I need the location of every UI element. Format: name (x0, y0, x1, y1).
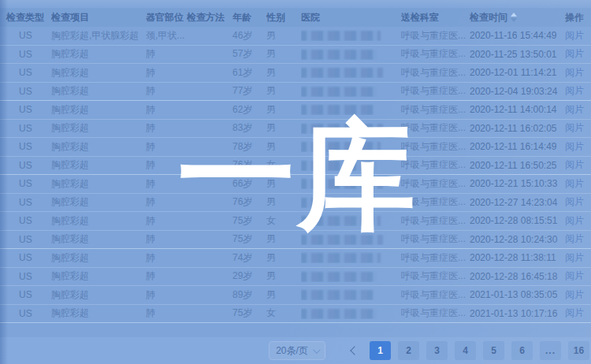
table-row[interactable]: US 胸腔彩超 肺 83岁 男 呼吸与重症医... 2020-12-11 16:… (0, 120, 591, 139)
table-row[interactable]: US 胸腔彩超 肺 74岁 男 呼吸与重症医... 2020-12-28 11:… (0, 249, 591, 268)
table-row[interactable]: US 胸腔彩超 肺 66岁 男 呼吸与重症医... 2020-12-21 15:… (0, 175, 591, 194)
page-size-select[interactable]: 20条/页 (269, 341, 325, 360)
column-header-exam-time[interactable]: 检查时间 (470, 11, 565, 24)
view-images-link[interactable]: 阅片 (565, 178, 584, 189)
more-pages-button[interactable]: ... (540, 341, 561, 360)
exam-type-cell: US (0, 49, 51, 60)
table-header: 检查类型 检查项目 器官部位 检查方法 年龄 性别 医院 送检科室 检查时间 操… (0, 8, 591, 27)
exam-time-cell: 2020-11-25 13:50:01 (470, 49, 565, 60)
gender-cell: 男 (266, 140, 301, 154)
table-row[interactable]: US 胸腔彩超 肺 77岁 男 呼吸与重症医... 2020-12-04 19:… (0, 83, 591, 102)
department-cell: 呼吸与重症医... (401, 103, 470, 117)
view-images-link[interactable]: 阅片 (565, 104, 584, 115)
exam-time-cell: 2020-12-21 15:10:33 (470, 178, 565, 189)
exam-item-cell: 胸腔彩超 (51, 214, 146, 228)
action-cell: 阅片 (565, 306, 591, 320)
table-row[interactable]: US 胸腔彩超 肺 57岁 男 呼吸与重症医... 2020-11-25 13:… (0, 46, 591, 65)
view-images-link[interactable]: 阅片 (565, 30, 584, 41)
organ-cell: 肺 (146, 84, 187, 98)
view-images-link[interactable]: 阅片 (565, 270, 584, 281)
gender-cell: 男 (266, 84, 301, 98)
age-cell: 76岁 (232, 195, 266, 209)
view-images-link[interactable]: 阅片 (565, 48, 584, 59)
view-images-link[interactable]: 阅片 (565, 85, 584, 96)
table-row[interactable]: US 胸腔彩超 肺 29岁 男 呼吸与重症医... 2020-12-28 16:… (0, 268, 591, 287)
exam-item-cell: 胸腔彩超,甲状腺彩超 (51, 29, 146, 43)
hospital-cell (301, 160, 401, 171)
page-button-4[interactable]: 4 (455, 341, 476, 360)
department-cell: 呼吸与重症医... (401, 140, 470, 154)
age-cell: 29岁 (232, 269, 266, 283)
department-cell: 呼吸与重症医... (401, 158, 470, 172)
view-images-link[interactable]: 阅片 (565, 196, 584, 207)
hospital-redacted-block (301, 124, 383, 134)
chevron-down-icon (313, 346, 321, 354)
page-button-6[interactable]: 6 (511, 341, 533, 360)
hospital-cell (301, 234, 401, 245)
hospital-redacted-block (301, 31, 381, 41)
page-button-5[interactable]: 5 (483, 341, 504, 360)
page-button-3[interactable]: 3 (426, 341, 448, 360)
hospital-redacted-block (301, 161, 377, 171)
hospital-redacted-block (301, 253, 381, 263)
view-images-link[interactable]: 阅片 (565, 67, 584, 78)
table-row[interactable]: US 胸腔彩超 肺 89岁 男 呼吸与重症医... 2021-01-13 08:… (0, 286, 591, 305)
exam-type-cell: US (0, 197, 51, 208)
exam-type-cell: US (0, 104, 51, 115)
table-row[interactable]: US 胸腔彩超 肺 75岁 女 呼吸与重症医... 2020-12-28 08:… (0, 212, 591, 231)
table-row[interactable]: US 胸腔彩超 肺 76岁 男 呼吸与重症医... 2020-12-27 14:… (0, 194, 591, 213)
table-row[interactable]: US 胸腔彩超 肺 78岁 男 呼吸与重症医... 2020-12-11 16:… (0, 138, 591, 157)
page-button-2[interactable]: 2 (398, 341, 419, 360)
table-row[interactable]: US 胸腔彩超 肺 75岁 男 呼吸与重症医... 2020-12-28 10:… (0, 231, 591, 250)
view-images-link[interactable]: 阅片 (565, 233, 584, 244)
view-images-link[interactable]: 阅片 (565, 141, 584, 152)
exam-time-cell: 2020-12-11 16:02:05 (470, 123, 565, 134)
action-cell: 阅片 (565, 214, 591, 228)
exam-item-cell: 胸腔彩超 (51, 140, 146, 154)
sort-caret-icon[interactable] (511, 13, 517, 22)
exam-item-cell: 胸腔彩超 (51, 306, 146, 320)
view-images-link[interactable]: 阅片 (565, 122, 584, 133)
department-cell: 呼吸与重症医... (401, 214, 470, 228)
table-row[interactable]: US 胸腔彩超 肺 76岁 女 呼吸与重症医... 2020-12-11 16:… (0, 157, 591, 176)
column-header-age: 年龄 (232, 11, 266, 24)
view-images-link[interactable]: 阅片 (565, 159, 584, 170)
age-cell: 74岁 (232, 251, 266, 265)
view-images-link[interactable]: 阅片 (565, 215, 584, 226)
hospital-cell (301, 141, 401, 152)
department-cell: 呼吸与重症医... (401, 47, 470, 61)
department-cell: 呼吸与重症医... (401, 29, 470, 43)
department-cell: 呼吸与重症医... (401, 306, 470, 320)
organ-cell: 肺 (146, 47, 187, 61)
hospital-cell (301, 289, 401, 300)
exam-type-cell: US (0, 271, 51, 282)
view-images-link[interactable]: 阅片 (565, 252, 584, 263)
hospital-cell (301, 197, 401, 208)
organ-cell: 肺 (146, 251, 187, 265)
caret-up-icon (511, 13, 517, 17)
organ-cell: 颈,甲状... (146, 29, 187, 43)
exam-time-cell: 2021-01-13 08:35:05 (470, 289, 565, 300)
prev-page-button[interactable] (347, 341, 362, 360)
organ-cell: 肺 (146, 66, 187, 80)
page-button-16[interactable]: 16 (568, 341, 589, 360)
chevron-left-icon (350, 346, 359, 355)
table-row[interactable]: US 胸腔彩超 肺 75岁 女 呼吸与重症医... 2021-01-13 10:… (0, 305, 591, 324)
action-cell: 阅片 (565, 103, 591, 117)
table-row[interactable]: US 胸腔彩超 肺 62岁 男 呼吸与重症医... 2020-12-11 14:… (0, 101, 591, 120)
page-button-1[interactable]: 1 (370, 341, 391, 360)
age-cell: 78岁 (232, 140, 266, 154)
table-row[interactable]: US 胸腔彩超,甲状腺彩超 颈,甲状... 46岁 男 呼吸与重症医... 20… (0, 27, 591, 46)
organ-cell: 肺 (146, 195, 187, 209)
exam-type-cell: US (0, 160, 51, 171)
hospital-redacted-block (301, 216, 381, 226)
view-images-link[interactable]: 阅片 (565, 307, 584, 318)
table-row[interactable]: US 胸腔彩超 肺 61岁 男 呼吸与重症医... 2020-12-01 11:… (0, 64, 591, 83)
department-cell: 呼吸与重症医... (401, 121, 470, 135)
gender-cell: 男 (266, 29, 301, 43)
exam-time-cell: 2020-12-04 19:03:24 (470, 86, 565, 97)
hospital-cell (301, 178, 401, 189)
age-cell: 75岁 (232, 232, 266, 246)
column-header-method: 检查方法 (187, 11, 232, 24)
view-images-link[interactable]: 阅片 (565, 289, 584, 300)
